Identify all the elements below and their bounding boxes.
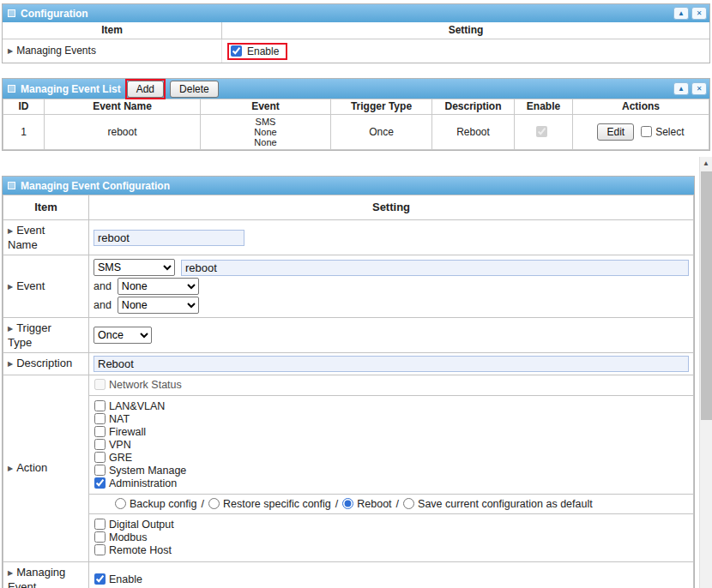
managing-events-setting-cell: Enable [222,39,709,63]
digital-output-checkbox[interactable] [94,519,106,530]
row-select-checkbox[interactable] [641,126,652,137]
vpn-label: VPN [109,439,131,451]
close-icon: ✕ [697,85,703,93]
administration-checkbox[interactable] [94,477,106,489]
trigger-type-row: ▶Trigger Type Once [3,318,694,353]
action-option-gre: GRE [94,452,688,465]
event-line-3: None [201,137,330,147]
action-setting-cell: Network Status LAN&VLAN NAT Firewall [89,375,694,562]
cell-actions: Edit Select [573,115,709,150]
managing-event-configuration-header: Managing Event Configuration [3,177,694,195]
gre-checkbox[interactable] [94,452,106,463]
event-name-input[interactable] [94,230,244,246]
system-manage-label: System Manage [109,465,186,477]
scroll-up-button[interactable]: ▲ [700,157,712,171]
action-option-nat: NAT [94,413,688,426]
event-and1-select[interactable]: None [118,278,199,295]
action-label-cell: ▶Action [3,375,89,562]
lanvlan-checkbox[interactable] [94,400,106,411]
managing-events-enable-checkbox[interactable] [231,45,242,57]
column-header-item: Item [3,22,222,39]
scrollbar-thumb[interactable] [701,171,712,420]
delete-button[interactable]: Delete [170,81,219,98]
trigger-type-label-cell: ▶Trigger Type [3,318,89,353]
vertical-scrollbar[interactable]: ▲ [699,157,712,588]
remote-host-checkbox[interactable] [94,544,106,555]
event-value-input[interactable] [181,260,689,276]
action-option-system-manage: System Manage [94,465,688,477]
edit-button[interactable]: Edit [597,123,634,141]
administration-label: Administration [109,477,177,489]
bullet-icon: ▶ [8,283,13,291]
managing-event-list-header: Managing Event List Add Delete ▲ ✕ [3,79,709,99]
event-label: Event [16,279,45,292]
managing-event-row: ▶Managing Event Enable [3,562,694,588]
save-default-config-radio[interactable] [403,498,414,509]
managing-event-configuration-title: Managing Event Configuration [21,180,170,192]
panel-icon [8,182,15,189]
event-name-label: Event Name [8,224,45,251]
restore-specific-config-label: Restore specific config [223,498,331,510]
system-manage-checkbox[interactable] [94,465,106,476]
and-label: and [94,299,112,311]
option-separator: / [396,498,399,510]
description-row: ▶Description [3,353,694,375]
network-status-control: Network Status [94,379,688,392]
backup-config-radio[interactable] [115,498,126,509]
and-label: and [94,280,112,292]
managing-events-label: Managing Events [16,45,96,57]
event-configuration-table: Item Setting ▶Event Name ▶Event [3,195,694,588]
bullet-icon: ▶ [8,47,13,55]
modbus-checkbox[interactable] [94,531,106,543]
description-input[interactable] [94,356,689,372]
row-select-label: Select [655,126,684,138]
modbus-label: Modbus [109,531,147,543]
config-header-row: Item Setting [3,195,694,220]
column-header-setting: Setting [222,22,709,39]
bullet-icon: ▶ [8,569,13,577]
table-row: 1 reboot SMS None None Once Reboot Edit [3,115,709,150]
column-header-event: Event [201,99,331,115]
managing-events-enable-label: Enable [247,45,279,57]
column-header-enable: Enable [515,99,573,115]
save-default-config-option: Save current configuration as default [403,498,593,510]
cell-description: Reboot [432,115,515,150]
vpn-checkbox[interactable] [94,439,106,450]
configuration-header-buttons: ▲ ✕ [673,7,707,20]
collapse-button[interactable]: ▲ [673,7,689,20]
action-label: Action [16,461,47,474]
network-status-checkbox [94,379,106,390]
event-name-label-cell: ▶Event Name [3,220,89,255]
reboot-radio[interactable] [342,498,353,509]
managing-event-list-header-buttons: ▲ ✕ [673,82,707,95]
close-button[interactable]: ✕ [691,7,707,20]
configuration-title: Configuration [21,8,88,20]
trigger-type-setting-cell: Once [89,318,694,353]
collapse-button[interactable]: ▲ [673,82,689,95]
backup-config-option: Backup config [115,498,197,510]
bullet-icon: ▶ [8,227,13,235]
managing-event-configuration-panel: Managing Event Configuration Item Settin… [2,176,695,588]
bullet-icon: ▶ [8,325,13,333]
trigger-type-label: Trigger Type [8,321,51,349]
trigger-type-select[interactable]: Once [94,327,152,344]
event-type-select[interactable]: SMS [94,259,175,276]
firewall-checkbox[interactable] [94,426,106,437]
add-button[interactable]: Add [127,81,164,98]
action-option-modbus: Modbus [94,531,688,544]
managing-event-enable-checkbox[interactable] [94,573,106,585]
close-button[interactable]: ✕ [691,82,707,95]
scroll-up-arrow-icon: ▲ [703,159,709,167]
configuration-header: Configuration ▲ ✕ [3,4,709,22]
event-line-2: None [201,127,330,137]
event-and2-select[interactable]: None [118,297,199,314]
action-option-firewall: Firewall [94,426,688,439]
event-line-1: SMS [201,117,330,127]
cell-event-name: reboot [45,115,201,150]
panel-icon [8,85,15,93]
restore-specific-config-radio[interactable] [208,498,220,509]
cell-event: SMS None None [201,115,331,150]
select-control: Select [641,126,684,138]
nat-checkbox[interactable] [94,413,106,424]
managing-event-list-panel: Managing Event List Add Delete ▲ ✕ ID Ev… [2,78,710,151]
